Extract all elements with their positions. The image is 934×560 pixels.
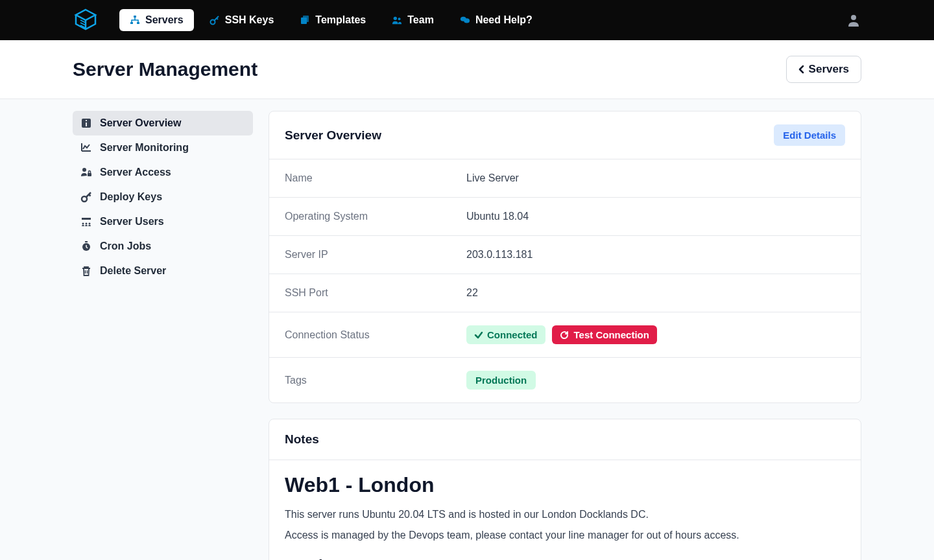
nav-help-label: Need Help?: [475, 14, 533, 26]
svg-rect-1: [130, 22, 133, 24]
logo-icon: [73, 7, 99, 33]
nav-team-label: Team: [407, 14, 434, 26]
row-ip: Server IP 203.0.113.181: [269, 235, 861, 274]
overview-card: Server Overview Edit Details Name Live S…: [269, 111, 861, 403]
users-grid-icon: [80, 216, 92, 228]
refresh-icon: [560, 331, 569, 340]
sidebar-item-overview[interactable]: Server Overview: [73, 111, 253, 135]
svg-point-18: [82, 223, 84, 225]
nav-team[interactable]: Team: [381, 9, 444, 31]
templates-icon: [300, 15, 310, 25]
lock-user-icon: [80, 167, 92, 178]
page-title: Server Management: [73, 58, 257, 80]
sidebar-label: Delete Server: [100, 265, 166, 277]
main: Server Overview Server Monitoring Server…: [0, 99, 934, 560]
tag-production: Production: [466, 371, 536, 390]
logo[interactable]: [73, 7, 99, 33]
svg-point-16: [82, 196, 87, 202]
page-header: Server Management Servers: [0, 40, 934, 99]
svg-rect-5: [303, 16, 309, 22]
sidebar-item-users[interactable]: Server Users: [73, 209, 253, 234]
check-icon: [474, 331, 483, 340]
key-icon: [80, 191, 92, 203]
user-icon: [846, 12, 861, 28]
connected-badge: Connected: [466, 325, 545, 344]
sitemap-icon: [130, 15, 140, 25]
notes-p2: Access is managed by the Devops team, pl…: [285, 530, 845, 541]
row-ssh: SSH Port 22: [269, 274, 861, 312]
svg-rect-17: [82, 218, 91, 220]
svg-rect-12: [86, 122, 87, 126]
nav-templates-label: Templates: [315, 14, 366, 26]
value-os: Ubuntu 18.04: [466, 211, 529, 222]
value-connection: Connected Test Connection: [466, 325, 657, 344]
team-icon: [392, 15, 402, 25]
content: Server Overview Edit Details Name Live S…: [269, 111, 861, 560]
value-tags: Production: [466, 371, 536, 390]
sidebar-item-access[interactable]: Server Access: [73, 160, 253, 185]
label-ssh: SSH Port: [285, 287, 466, 299]
notes-heading: Web1 - London: [285, 473, 845, 497]
value-ssh: 22: [466, 287, 478, 299]
sidebar-label: Cron Jobs: [100, 240, 151, 252]
svg-rect-22: [85, 241, 88, 242]
row-os: Operating System Ubuntu 18.04: [269, 197, 861, 235]
notes-card-header: Notes: [269, 419, 861, 460]
nav-ssh-keys[interactable]: SSH Keys: [199, 9, 285, 31]
label-os: Operating System: [285, 211, 466, 222]
row-name: Name Live Server: [269, 159, 861, 197]
sidebar-item-monitoring[interactable]: Server Monitoring: [73, 135, 253, 160]
notes-card: Notes Web1 - London This server runs Ubu…: [269, 419, 861, 560]
sidebar-label: Server Users: [100, 216, 164, 228]
svg-point-3: [210, 20, 215, 25]
label-tags: Tags: [285, 375, 466, 386]
chevron-left-icon: [798, 65, 805, 74]
connected-text: Connected: [487, 329, 538, 340]
value-name: Live Server: [466, 172, 519, 184]
sidebar: Server Overview Server Monitoring Server…: [73, 111, 253, 283]
svg-rect-15: [88, 173, 91, 176]
test-connection-button[interactable]: Test Connection: [552, 325, 657, 344]
top-nav: Servers SSH Keys Templates Team Need Hel…: [0, 0, 934, 40]
nav-help[interactable]: Need Help?: [449, 9, 543, 31]
sidebar-label: Deploy Keys: [100, 191, 162, 203]
label-name: Name: [285, 172, 466, 184]
key-icon: [210, 15, 220, 25]
back-button-label: Servers: [809, 63, 849, 76]
label-connection: Connection Status: [285, 329, 466, 341]
svg-point-7: [398, 18, 401, 20]
user-menu[interactable]: [846, 12, 861, 28]
edit-details-button[interactable]: Edit Details: [774, 124, 845, 146]
svg-point-19: [86, 223, 88, 225]
sidebar-label: Server Overview: [100, 117, 181, 129]
help-icon: [460, 15, 470, 25]
svg-rect-2: [137, 22, 139, 24]
notes-body: Web1 - London This server runs Ubuntu 20…: [269, 460, 861, 560]
nav-ssh-keys-label: SSH Keys: [225, 14, 274, 26]
sidebar-item-cron[interactable]: Cron Jobs: [73, 234, 253, 259]
sidebar-label: Server Access: [100, 167, 171, 178]
overview-card-header: Server Overview Edit Details: [269, 111, 861, 159]
nav-servers-label: Servers: [145, 14, 184, 26]
info-icon: [80, 117, 92, 129]
notes-subheading: Services: [285, 557, 845, 560]
value-ip: 203.0.113.181: [466, 249, 533, 261]
sidebar-item-delete[interactable]: Delete Server: [73, 259, 253, 283]
test-connection-label: Test Connection: [574, 329, 649, 340]
svg-point-9: [464, 18, 470, 23]
nav-items: Servers SSH Keys Templates Team Need Hel…: [119, 9, 543, 31]
notes-title: Notes: [285, 432, 319, 447]
sidebar-item-deploy-keys[interactable]: Deploy Keys: [73, 185, 253, 209]
svg-point-14: [82, 168, 86, 172]
trash-icon: [80, 265, 92, 277]
overview-title: Server Overview: [285, 128, 381, 143]
svg-point-10: [851, 15, 856, 20]
notes-p1: This server runs Ubuntu 20.04 LTS and is…: [285, 509, 845, 520]
label-ip: Server IP: [285, 249, 466, 261]
stopwatch-icon: [80, 240, 92, 252]
svg-rect-13: [86, 120, 87, 121]
nav-templates[interactable]: Templates: [289, 9, 376, 31]
svg-point-6: [394, 17, 397, 20]
nav-servers[interactable]: Servers: [119, 9, 194, 31]
back-to-servers-button[interactable]: Servers: [786, 56, 861, 83]
